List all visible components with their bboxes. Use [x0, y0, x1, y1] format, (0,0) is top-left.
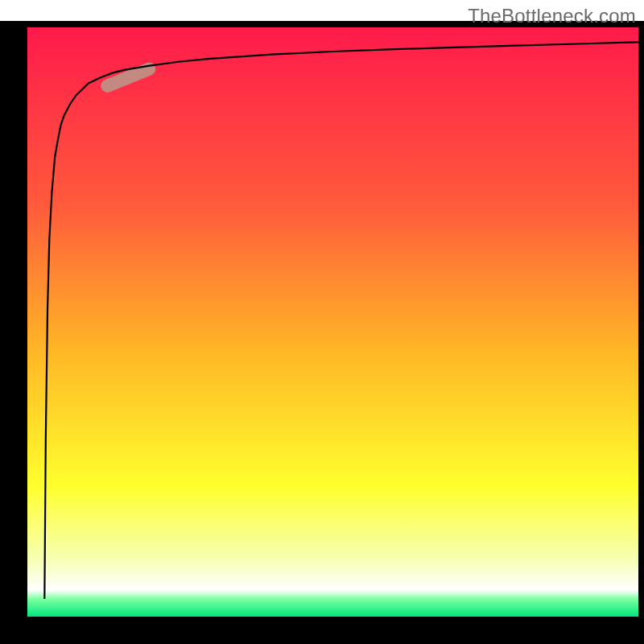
- chart-svg: [0, 0, 644, 644]
- chart-container: TheBottleneck.com: [0, 0, 644, 644]
- watermark-text: TheBottleneck.com: [468, 5, 636, 27]
- plot-background: [27, 27, 638, 617]
